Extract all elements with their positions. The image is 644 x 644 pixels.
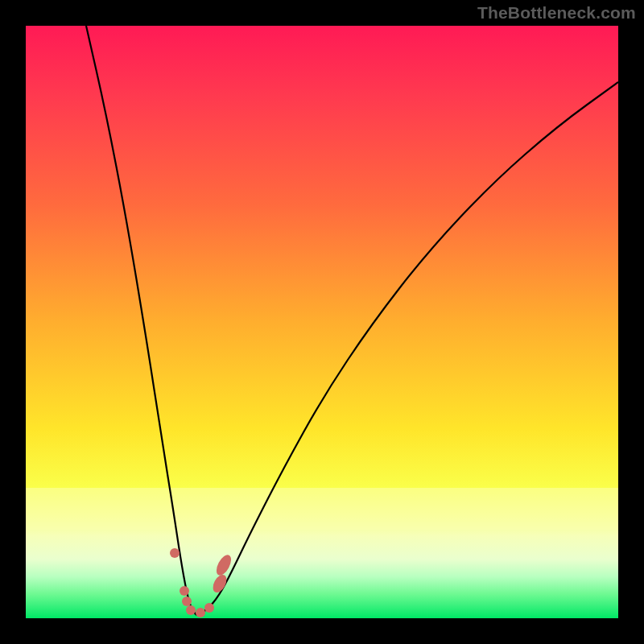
curve-left-branch [86,26,196,615]
data-marker-dot [182,597,192,606]
data-marker-dot [186,605,196,615]
chart-frame: TheBottleneck.com [0,0,644,644]
data-marker-dot [204,603,214,613]
site-watermark: TheBottleneck.com [477,3,636,23]
data-marker-dot [170,548,180,558]
data-markers [170,548,234,617]
curve-right-branch [196,82,618,615]
plot-area [26,26,618,618]
data-marker-dot [180,586,189,596]
curve-layer [26,26,618,618]
data-marker-dot [196,608,205,617]
